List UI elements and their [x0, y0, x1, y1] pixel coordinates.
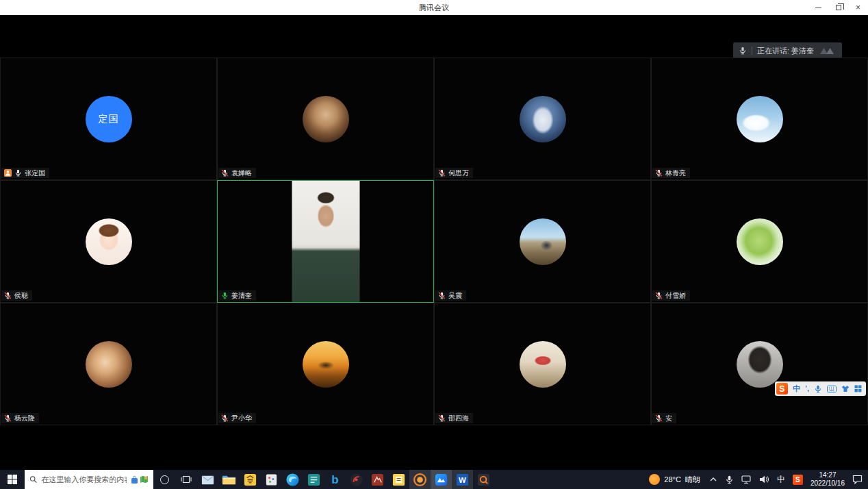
participant-avatar-photo	[303, 96, 349, 142]
mic-status-icon	[221, 169, 229, 177]
participant-name: 张定国	[25, 169, 45, 177]
taskbar-clock[interactable]: 14:27 2022/10/16	[810, 471, 845, 488]
taskbar-app-dictionary[interactable]	[240, 470, 261, 489]
speaking-banner-text: 正在讲话: 姜清奎	[757, 46, 814, 56]
taskbar-app-reader[interactable]	[367, 470, 388, 489]
volume-tray-icon[interactable]	[759, 475, 769, 484]
participant-name-tag: 姜清奎	[218, 290, 256, 301]
weather-temp: 28°C	[664, 475, 681, 484]
participant-avatar-photo	[303, 341, 349, 388]
taskbar: 在这里输入你要搜索的内容 bW	[0, 470, 868, 489]
task-view-button[interactable]	[175, 470, 197, 489]
dictionary-icon	[243, 473, 257, 487]
participant-tile-9[interactable]: 杨云隆	[0, 303, 217, 425]
participant-name-tag: 邵四海	[435, 413, 473, 423]
taskbar-spacer	[494, 470, 643, 489]
minimize-icon	[815, 8, 821, 8]
mic-status-icon	[438, 169, 446, 177]
participant-tile-2[interactable]: 袁婵略	[217, 58, 434, 180]
close-icon: ×	[856, 3, 860, 12]
participant-name: 尹小华	[231, 414, 252, 422]
taskbar-search-box[interactable]: 在这里输入你要搜索的内容	[25, 470, 153, 489]
taskbar-app-mail[interactable]	[197, 470, 218, 489]
participant-tile-6[interactable]: 姜清奎	[217, 180, 434, 303]
participant-name: 何思万	[448, 169, 469, 177]
cortana-button[interactable]	[153, 470, 175, 489]
sogou-tray-icon[interactable]: S	[793, 475, 803, 485]
participant-tile-12[interactable]: 安	[651, 303, 868, 425]
participant-name-tag: 吴震	[435, 290, 466, 301]
toolbox-icon[interactable]	[854, 385, 862, 392]
search-highlights[interactable]	[131, 475, 149, 484]
participant-avatar-photo	[520, 218, 566, 265]
screen: 腾讯会议 × 正在讲话: 姜清奎 定国 张定国	[0, 0, 868, 489]
participant-name: 吴震	[448, 292, 462, 299]
security-icon	[413, 473, 427, 487]
host-badge-icon	[4, 169, 12, 177]
ime-chinese-mode[interactable]: 中	[793, 385, 800, 392]
map-icon	[140, 475, 149, 484]
participant-name: 杨云隆	[14, 414, 35, 422]
file-explorer-icon	[222, 473, 236, 487]
participant-avatar-photo	[520, 341, 566, 388]
mic-status-icon	[4, 292, 12, 299]
close-button[interactable]: ×	[848, 0, 868, 15]
taskbar-app-sticky-notes[interactable]	[261, 470, 282, 489]
taskbar-app-file-explorer[interactable]	[218, 470, 240, 489]
voice-input-icon[interactable]	[814, 385, 822, 393]
participant-tile-4[interactable]: 林青亮	[651, 58, 868, 180]
participant-name-tag: 侯聪	[1, 290, 32, 301]
taskbar-app-edge[interactable]	[282, 470, 303, 489]
minimize-button[interactable]	[808, 0, 828, 15]
window-title: 腾讯会议	[419, 3, 449, 13]
taskbar-app-security[interactable]	[409, 470, 431, 489]
participant-tile-11[interactable]: 邵四海	[434, 303, 651, 425]
skin-icon[interactable]	[841, 385, 850, 392]
participant-name-tag: 付雪娇	[652, 290, 690, 301]
ime-punctuation[interactable]: ’,	[805, 385, 809, 392]
bing-icon: b	[331, 473, 338, 487]
taskbar-app-icons: bW	[197, 470, 494, 489]
participant-tile-5[interactable]: 侯聪	[0, 180, 217, 303]
participant-tile-7[interactable]: 吴震	[434, 180, 651, 303]
participant-avatar-photo	[737, 218, 783, 265]
network-tray-icon[interactable]	[741, 475, 752, 484]
sogou-logo-icon[interactable]: S	[776, 383, 788, 394]
taskbar-app-bing[interactable]: b	[324, 470, 346, 489]
microphone-tray-icon[interactable]	[725, 475, 734, 484]
tencent-meeting-logo-icon	[819, 47, 837, 55]
taskbar-app-sogou-search[interactable]	[473, 470, 494, 489]
participant-avatar-photo	[737, 96, 783, 142]
restore-button[interactable]	[828, 0, 848, 15]
clock-date: 2022/10/16	[810, 479, 845, 488]
participant-name-tag: 何思万	[435, 168, 473, 178]
svg-text:W: W	[459, 476, 466, 484]
participant-tile-10[interactable]: 尹小华	[217, 303, 434, 425]
weather-widget[interactable]: 28°C 晴朗	[643, 470, 706, 489]
window-controls: ×	[808, 0, 868, 15]
participant-name-tag: 杨云隆	[1, 413, 39, 423]
taskbar-app-word[interactable]: W	[452, 470, 473, 489]
action-center-button[interactable]	[852, 475, 863, 484]
participant-tile-8[interactable]: 付雪娇	[651, 180, 868, 303]
search-icon	[29, 475, 37, 484]
mail-icon	[201, 473, 215, 487]
start-button[interactable]	[0, 470, 25, 489]
taskbar-app-music[interactable]	[346, 470, 367, 489]
participant-video	[292, 181, 359, 302]
mic-status-icon	[655, 169, 663, 177]
taskbar-app-docs[interactable]	[388, 470, 409, 489]
participant-name: 侯聪	[14, 292, 28, 299]
taskbar-app-tencent-meeting[interactable]	[431, 470, 452, 489]
ime-indicator[interactable]: 中	[777, 474, 785, 486]
docs-icon	[392, 473, 406, 487]
keyboard-icon[interactable]	[827, 386, 837, 392]
participant-tile-3[interactable]: 何思万	[434, 58, 651, 180]
participant-tile-1[interactable]: 定国 张定国	[0, 58, 217, 180]
sogou-ime-toolbar: S中’,	[775, 381, 866, 396]
mic-status-icon	[655, 292, 663, 299]
hidden-icons-chevron[interactable]	[709, 476, 717, 483]
taskbar-app-teal-notes[interactable]	[303, 470, 324, 489]
participant-name-tag: 尹小华	[218, 413, 256, 423]
task-view-icon	[181, 475, 192, 484]
